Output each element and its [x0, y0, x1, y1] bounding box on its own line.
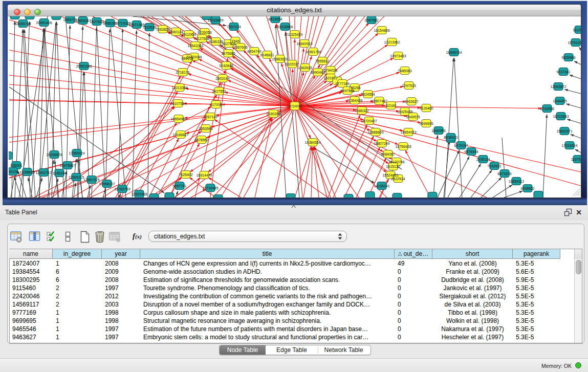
column-header-name[interactable]: name — [9, 249, 53, 259]
table-cell[interactable]: 5.3E-5 — [516, 325, 559, 333]
red-edge[interactable] — [303, 147, 312, 198]
black-edge[interactable] — [448, 157, 469, 198]
black-edge[interactable] — [74, 183, 76, 198]
table-cell[interactable]: 1997 — [105, 333, 139, 341]
black-edge[interactable] — [579, 48, 581, 50]
table-cell[interactable]: Wolkin et al. (1998) — [432, 317, 513, 325]
table-cell[interactable]: 0 — [398, 292, 431, 300]
scrollbar-thumb[interactable] — [576, 260, 581, 274]
red-edge[interactable] — [295, 16, 365, 106]
table-row[interactable]: 1456911722003Disruption of a novel membe… — [10, 300, 575, 309]
black-edge[interactable] — [176, 191, 178, 198]
black-edge[interactable] — [444, 141, 449, 198]
table-cell[interactable]: Estimation of significance thresholds fo… — [143, 276, 394, 284]
table-cell[interactable]: 5.3E-5 — [516, 300, 559, 309]
black-edge[interactable] — [97, 26, 105, 198]
table-row[interactable]: 1938455462009Genome-wide association stu… — [10, 268, 575, 276]
graph-node[interactable] — [365, 192, 375, 198]
black-edge[interactable] — [570, 75, 581, 79]
table-cell[interactable]: 9115460 — [12, 284, 52, 292]
red-edge[interactable] — [305, 16, 309, 39]
table-cell[interactable]: Embryonic stem cells: a model to study s… — [143, 333, 394, 341]
graph-node[interactable] — [9, 152, 12, 160]
table-cell[interactable]: 0 — [398, 333, 431, 341]
function-builder-icon[interactable]: f(x) — [133, 232, 145, 244]
table-cell[interactable]: Yano et al. (2008) — [432, 259, 513, 268]
black-edge[interactable] — [566, 104, 581, 108]
column-header-year[interactable]: year — [102, 249, 140, 259]
table-row[interactable]: 977716911998Corpus callosum shape and si… — [10, 309, 575, 317]
table-row[interactable]: 946362711997Embryonic stem cells: a mode… — [10, 333, 575, 341]
table-cell[interactable]: 1 — [56, 325, 101, 333]
window-titlebar[interactable]: citations_edges.txt — [8, 5, 581, 16]
graph-node[interactable] — [10, 16, 19, 19]
table-cell[interactable]: 0 — [398, 268, 431, 276]
graph-node[interactable] — [52, 16, 61, 20]
graph-node[interactable] — [286, 194, 295, 198]
table-cell[interactable]: 2 — [56, 300, 101, 309]
table-cell[interactable]: 0 — [398, 309, 431, 317]
network-canvas[interactable]: 1405571220691406198371510655287152760264… — [9, 16, 581, 198]
black-edge[interactable] — [433, 135, 438, 198]
table-cell[interactable]: Disruption of a novel member of a sodium… — [143, 300, 394, 309]
tab-network-table[interactable]: Network Table — [318, 345, 369, 355]
tab-node-table[interactable]: Node Table — [220, 345, 266, 355]
table-cell[interactable]: 5.3E-5 — [516, 309, 559, 317]
black-edge[interactable] — [574, 61, 581, 65]
black-edge[interactable] — [564, 90, 581, 94]
red-edge[interactable] — [295, 81, 327, 106]
column-header-in_degree[interactable]: in_degree — [53, 249, 102, 259]
table-cell[interactable]: 6 — [56, 268, 101, 276]
table-cell[interactable]: 1997 — [105, 325, 139, 333]
red-edge[interactable] — [274, 106, 295, 198]
table-cell[interactable]: 9699695 — [12, 317, 52, 325]
table-cell[interactable]: 5.3E-5 — [516, 317, 559, 325]
red-edge[interactable] — [405, 150, 430, 198]
table-cell[interactable]: 0 — [398, 325, 431, 333]
table-cell[interactable]: Estimation of the future numbers of pati… — [143, 325, 394, 333]
table-cell[interactable]: 19384554 — [12, 268, 52, 276]
table-row[interactable]: 946554611997Estimation of the future num… — [10, 325, 575, 333]
black-edge[interactable] — [575, 149, 581, 152]
table-row[interactable]: 911546021997Tourette syndrome. Phenomeno… — [10, 284, 575, 292]
black-edge[interactable] — [504, 191, 522, 198]
graph-node[interactable] — [344, 194, 353, 198]
red-edge[interactable] — [255, 118, 272, 198]
table-cell[interactable]: 1 — [56, 259, 101, 268]
red-edge[interactable] — [238, 118, 272, 198]
table-cell[interactable]: 2012 — [105, 292, 139, 300]
red-edge[interactable] — [295, 106, 331, 198]
table-cell[interactable]: 2009 — [105, 268, 139, 276]
column-header-short[interactable]: short — [432, 249, 513, 259]
table-cell[interactable]: 6 — [56, 276, 101, 284]
column-header-out_de[interactable]: △out_de… — [395, 249, 432, 259]
node-table[interactable]: namein_degreeyeartitle△out_de…shortpager… — [9, 249, 582, 343]
table-cell[interactable]: 1 — [56, 333, 101, 341]
table-cell[interactable]: 2008 — [105, 259, 139, 268]
table-cell[interactable]: 0 — [398, 284, 431, 292]
table-cell[interactable]: Franke et al. (2009) — [432, 268, 513, 276]
black-edge[interactable] — [118, 29, 123, 198]
black-edge[interactable] — [543, 115, 547, 198]
red-edge[interactable] — [295, 106, 581, 186]
select-rows-icon[interactable] — [46, 231, 58, 243]
graph-node[interactable] — [428, 192, 437, 198]
graph-node[interactable] — [213, 195, 223, 198]
table-cell[interactable]: 18724007 — [12, 259, 52, 268]
table-cell[interactable]: 2 — [56, 284, 101, 292]
new-file-icon[interactable] — [79, 231, 91, 243]
red-edge[interactable] — [311, 147, 313, 198]
table-row[interactable]: 1830029562008Estimation of significance … — [10, 276, 575, 284]
table-cell[interactable]: Hescheler et al. (1997) — [432, 333, 513, 341]
table-cell[interactable]: 5.9E-5 — [516, 276, 559, 284]
table-cell[interactable]: 1 — [56, 317, 101, 325]
table-cell[interactable]: 5.6E-5 — [516, 268, 559, 276]
table-cell[interactable]: 2008 — [105, 276, 139, 284]
table-cell[interactable]: 1997 — [105, 284, 139, 292]
red-edge[interactable] — [157, 95, 217, 198]
table-cell[interactable]: Changes of HCN gene expression and I(f) … — [143, 259, 394, 268]
rows-icon[interactable] — [62, 231, 74, 243]
graph-node[interactable] — [534, 191, 543, 198]
red-edge[interactable] — [295, 106, 363, 120]
black-edge[interactable] — [454, 58, 463, 198]
